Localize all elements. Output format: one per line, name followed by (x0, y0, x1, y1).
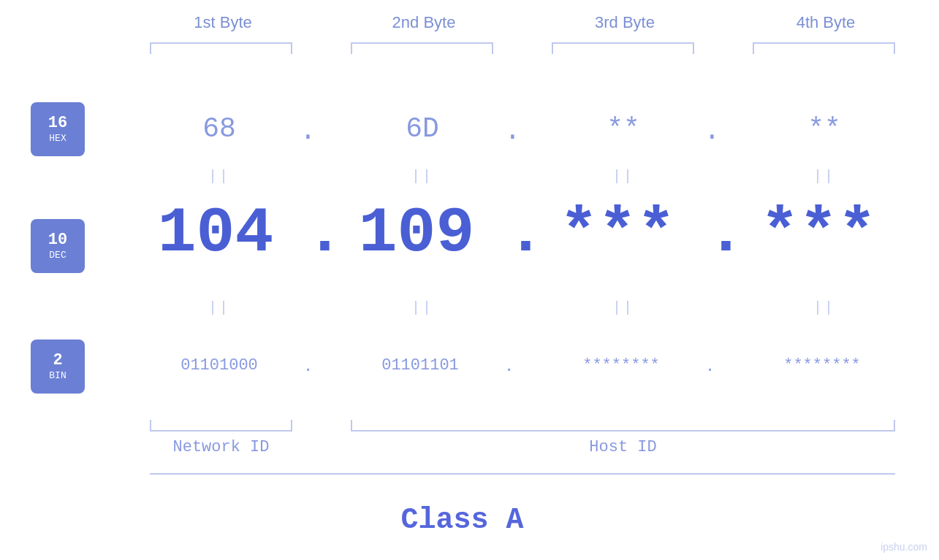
badge-dec-label: DEC (49, 250, 66, 261)
badge-dec: 10 DEC (31, 219, 85, 273)
eq-hex-1: || (153, 168, 285, 185)
dec-byte-4: *** (738, 197, 899, 269)
top-bracket-4 (753, 42, 895, 54)
byte-header-2: 2nd Byte (351, 13, 497, 32)
host-id-label: Host ID (351, 438, 895, 456)
dec-byte-1: 104 (135, 197, 296, 269)
byte-header-1: 1st Byte (150, 13, 296, 32)
network-id-label: Network ID (150, 438, 292, 456)
badge-bin: 2 BIN (31, 340, 85, 394)
eq-dec-1: || (153, 299, 285, 316)
dec-dot-2: . (506, 197, 545, 269)
badge-bin-label: BIN (49, 370, 66, 382)
top-bracket-3 (552, 42, 694, 54)
badge-hex: 16 HEX (31, 102, 85, 156)
bin-byte-2: 01101101 (347, 356, 493, 375)
bracket-network-id (150, 420, 292, 431)
top-bracket-1 (150, 42, 292, 54)
eq-dec-3: || (558, 299, 689, 316)
byte-header-3: 3rd Byte (552, 13, 698, 32)
badge-dec-num: 10 (48, 231, 67, 250)
hex-dot-1: . (300, 115, 316, 147)
bin-dot-1: . (303, 358, 313, 376)
bin-byte-1: 01101000 (146, 356, 292, 375)
eq-dec-4: || (759, 299, 890, 316)
eq-hex-3: || (558, 168, 689, 185)
bin-byte-4: ******** (749, 356, 895, 375)
badge-hex-label: HEX (49, 133, 66, 145)
hex-dot-3: . (704, 115, 721, 147)
hex-dot-2: . (504, 115, 521, 147)
hex-byte-2: 6D (357, 113, 488, 145)
top-bracket-2 (351, 42, 493, 54)
dec-byte-2: 109 (336, 197, 497, 269)
badge-bin-num: 2 (53, 351, 62, 370)
eq-dec-2: || (357, 299, 488, 316)
bin-dot-2: . (504, 358, 514, 376)
dec-dot-3: . (707, 197, 745, 269)
hex-byte-3: ** (558, 113, 689, 145)
eq-hex-4: || (759, 168, 890, 185)
bracket-host-id (351, 420, 895, 431)
hex-byte-1: 68 (153, 113, 285, 145)
hex-byte-4: ** (759, 113, 890, 145)
class-label: Class A (0, 504, 924, 537)
main-layout: 1st Byte 2nd Byte 3rd Byte 4th Byte 16 H… (0, 0, 939, 560)
badge-hex-num: 16 (48, 114, 67, 133)
bin-byte-3: ******** (548, 356, 694, 375)
watermark: ipshu.com (881, 541, 927, 553)
bin-dot-3: . (705, 358, 715, 376)
byte-header-4: 4th Byte (753, 13, 899, 32)
eq-hex-2: || (357, 168, 488, 185)
bracket-all (150, 473, 895, 475)
dec-byte-3: *** (537, 197, 698, 269)
dec-dot-1: . (305, 197, 344, 269)
